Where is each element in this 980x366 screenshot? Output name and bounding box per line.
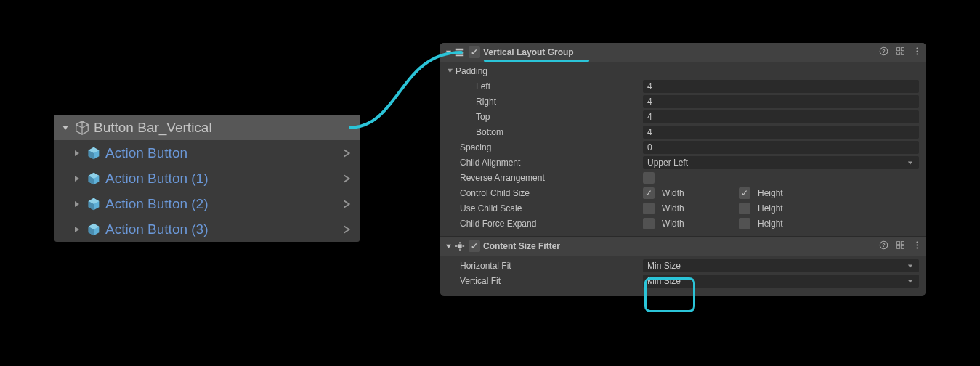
chevron-down-icon — [907, 263, 915, 269]
component-title: Vertical Layout Group — [483, 47, 574, 57]
child-alignment-label: Child Alignment — [447, 158, 643, 168]
right-input[interactable] — [643, 95, 919, 108]
gameobject-icon — [73, 119, 91, 137]
hierarchy-child-label: Action Button — [105, 145, 339, 161]
open-prefab-icon[interactable] — [339, 200, 354, 208]
inspector-panel: Vertical Layout Group ? Padding Left — [440, 43, 926, 296]
foldout-down-icon[interactable] — [60, 124, 70, 131]
prefab-icon — [85, 170, 102, 187]
svg-rect-16 — [901, 242, 904, 245]
help-icon[interactable]: ? — [879, 46, 888, 58]
foldout-right-icon[interactable] — [72, 175, 82, 182]
prefab-icon — [85, 221, 102, 238]
svg-point-21 — [916, 248, 918, 249]
preset-icon[interactable] — [896, 46, 905, 58]
control-height-checkbox[interactable] — [739, 187, 750, 199]
foldout-right-icon[interactable] — [72, 226, 82, 233]
chevron-down-icon — [907, 160, 915, 166]
component-enable-checkbox[interactable] — [469, 46, 480, 58]
top-input[interactable] — [643, 110, 919, 123]
force-expand-height-checkbox[interactable] — [739, 218, 750, 229]
svg-rect-17 — [897, 245, 900, 248]
open-prefab-icon[interactable] — [339, 149, 354, 158]
content-size-fitter-icon — [454, 240, 466, 252]
svg-rect-15 — [897, 242, 900, 245]
svg-point-9 — [916, 47, 918, 49]
reverse-label: Reverse Arrangement — [447, 173, 643, 183]
svg-text:?: ? — [882, 48, 886, 54]
horizontal-fit-dropdown[interactable]: Min Size — [643, 259, 919, 272]
child-alignment-dropdown[interactable]: Upper Left — [643, 156, 919, 169]
hierarchy-panel: Button Bar_Vertical Action Button — [54, 115, 360, 242]
component-header-csf[interactable]: Content Size Fitter ? — [440, 237, 926, 256]
layout-group-icon — [454, 46, 466, 58]
right-label: Right — [447, 97, 643, 107]
left-label: Left — [447, 81, 643, 92]
svg-rect-5 — [897, 48, 900, 51]
padding-foldout[interactable]: Padding — [447, 64, 919, 78]
hierarchy-row-parent[interactable]: Button Bar_Vertical — [54, 115, 360, 140]
foldout-down-icon[interactable] — [444, 243, 453, 250]
preset-icon[interactable] — [896, 240, 905, 252]
control-size-label: Control Child Size — [447, 188, 643, 198]
use-scale-width-checkbox[interactable] — [643, 203, 655, 214]
open-prefab-icon[interactable] — [339, 174, 354, 183]
svg-rect-2 — [456, 55, 464, 57]
top-label: Top — [447, 112, 643, 122]
svg-point-11 — [916, 54, 918, 55]
prefab-icon — [85, 195, 102, 213]
open-prefab-icon[interactable] — [339, 225, 354, 234]
help-icon[interactable]: ? — [879, 240, 888, 252]
use-scale-label: Use Child Scale — [447, 203, 643, 214]
svg-rect-7 — [897, 52, 900, 54]
bottom-label: Bottom — [447, 127, 643, 137]
svg-rect-6 — [901, 48, 904, 51]
svg-point-10 — [916, 50, 918, 52]
menu-icon[interactable] — [912, 240, 922, 252]
use-scale-height-checkbox[interactable] — [739, 203, 750, 214]
vertical-fit-label: Vertical Fit — [447, 276, 643, 286]
force-expand-width-checkbox[interactable] — [643, 218, 655, 229]
svg-rect-8 — [901, 52, 904, 54]
foldout-down-icon[interactable] — [444, 49, 453, 56]
svg-point-19 — [916, 241, 918, 243]
foldout-right-icon[interactable] — [72, 150, 82, 157]
component-enable-checkbox[interactable] — [469, 240, 480, 252]
hierarchy-parent-label: Button Bar_Vertical — [94, 120, 360, 136]
spacing-label: Spacing — [447, 142, 643, 152]
horizontal-fit-label: Horizontal Fit — [447, 261, 643, 271]
foldout-right-icon[interactable] — [72, 200, 82, 208]
force-expand-label: Child Force Expand — [447, 219, 643, 229]
svg-point-20 — [916, 244, 918, 245]
hierarchy-child-label: Action Button (2) — [105, 196, 339, 212]
spacing-input[interactable] — [643, 141, 919, 154]
svg-rect-0 — [456, 49, 464, 51]
menu-icon[interactable] — [912, 46, 922, 58]
chevron-down-icon — [907, 278, 915, 284]
svg-rect-12 — [458, 244, 461, 248]
svg-rect-1 — [456, 52, 464, 54]
left-input[interactable] — [643, 80, 919, 93]
component-title: Content Size Fitter — [483, 241, 560, 251]
hierarchy-child-label: Action Button (1) — [105, 171, 339, 187]
svg-text:?: ? — [882, 242, 886, 248]
annotation-underline — [484, 60, 589, 62]
hierarchy-row-child[interactable]: Action Button (3) — [54, 216, 360, 242]
foldout-down-icon — [447, 66, 455, 76]
control-width-checkbox[interactable] — [643, 187, 655, 199]
prefab-icon — [85, 145, 102, 162]
vertical-fit-dropdown[interactable]: Min Size — [643, 274, 919, 288]
bottom-input[interactable] — [643, 126, 919, 139]
hierarchy-child-label: Action Button (3) — [105, 221, 339, 237]
reverse-checkbox[interactable] — [643, 172, 655, 184]
hierarchy-row-child[interactable]: Action Button (2) — [54, 191, 360, 216]
svg-rect-18 — [901, 245, 904, 248]
hierarchy-row-child[interactable]: Action Button (1) — [54, 166, 360, 191]
hierarchy-row-child[interactable]: Action Button — [54, 140, 360, 166]
